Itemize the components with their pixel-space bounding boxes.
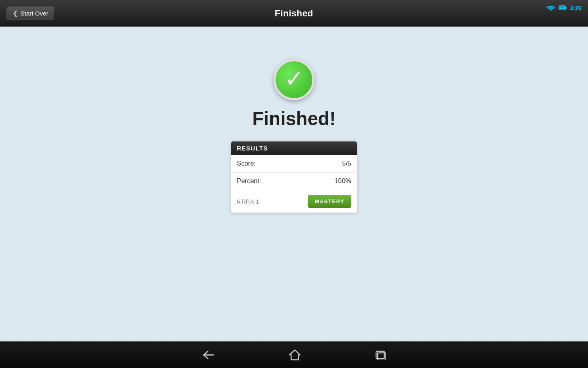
percent-label: Percent: [237,177,261,185]
svg-marker-4 [290,350,300,360]
main-content: ✓ Finished! RESULTS Score: 5/5 Percent: … [0,27,588,213]
finished-heading: Finished! [252,108,336,130]
standard-row: 6.RP.A.1 MASTERY [231,190,357,213]
mastery-button[interactable]: MASTERY [308,195,351,208]
checkmark-symbol: ✓ [285,67,304,90]
battery-icon [559,5,567,11]
page-title: Finished [275,8,313,19]
home-navigation-icon[interactable] [289,349,301,361]
chevron-left-icon: ❮ [13,9,18,17]
svg-rect-2 [566,7,567,9]
bottom-navigation-bar [0,341,588,368]
percent-row: Percent: 100% [231,173,357,190]
percent-value: 100% [334,177,351,185]
back-navigation-icon[interactable] [202,350,215,360]
score-value: 5/5 [342,160,351,167]
score-label: Score: [237,160,256,167]
results-header: RESULTS [231,141,357,155]
score-row: Score: 5/5 [231,155,357,173]
standard-code: 6.RP.A.1 [237,198,259,205]
wifi-icon [546,4,555,12]
start-over-button[interactable]: ❮ Start Over [7,7,54,20]
success-icon: ✓ [274,59,314,100]
results-card: RESULTS Score: 5/5 Percent: 100% 6.RP.A.… [231,141,357,213]
recents-navigation-icon[interactable] [374,350,386,360]
start-over-label: Start Over [20,10,48,17]
status-bar: 3:26 [546,4,581,12]
time-display: 3:26 [570,5,581,11]
top-navigation-bar: ❮ Start Over Finished 3:26 [0,0,588,27]
